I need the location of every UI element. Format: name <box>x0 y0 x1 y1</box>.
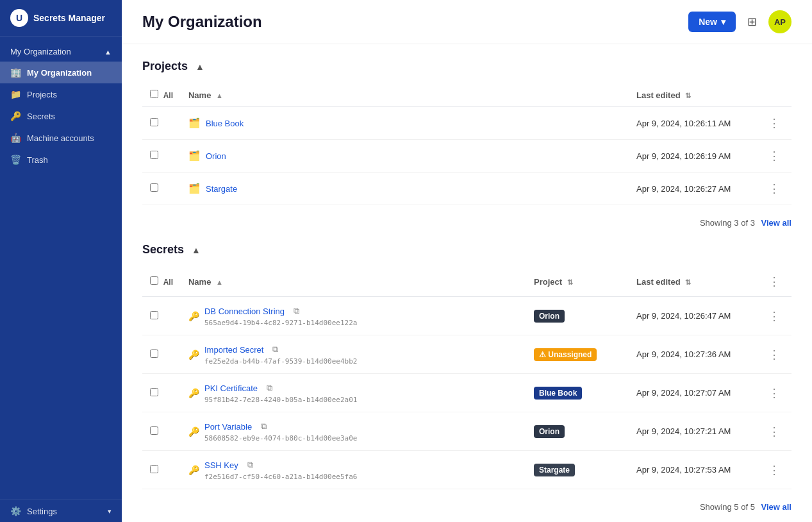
projects-section-header: Projects ▲ <box>142 60 791 73</box>
row-checkbox[interactable] <box>150 349 158 358</box>
projects-view-all-link[interactable]: View all <box>761 218 791 228</box>
sidebar-item-label: Trash <box>27 155 48 165</box>
copy-uuid-button[interactable]: ⧉ <box>270 343 281 356</box>
sidebar-group-label: My Organization <box>10 47 71 56</box>
sidebar-group-my-org[interactable]: My Organization ▲ <box>0 42 122 62</box>
table-row: 🔑 Imported Secret ⧉ fe25e2da-b44b-47af-9… <box>142 335 791 374</box>
secrets-project-header-label: Project <box>534 277 562 287</box>
secret-name-link[interactable]: DB Connection String <box>204 307 285 316</box>
page-title: My Organization <box>142 13 262 31</box>
row-checkbox[interactable] <box>150 311 158 319</box>
project-more-button[interactable]: ⋮ <box>765 147 784 164</box>
project-badge: Orion <box>534 310 565 323</box>
table-row: 🔑 DB Connection String ⧉ 565ae9d4-19b4-4… <box>142 297 791 335</box>
secrets-last-edited-label: Last edited <box>636 277 681 287</box>
secrets-project-header[interactable]: Project ⇅ <box>526 267 629 297</box>
secret-name-link[interactable]: Imported Secret <box>204 345 264 355</box>
avatar[interactable]: AP <box>768 10 791 33</box>
secret-project-cell: Stargate <box>526 451 629 489</box>
project-last-edited: Apr 9, 2024, 10:26:11 AM <box>629 107 757 140</box>
secrets-actions-header: ⋮ <box>757 267 791 297</box>
sidebar-section-org: My Organization ▲ 🏢 My Organization 📁 Pr… <box>0 37 122 176</box>
project-name-link[interactable]: Orion <box>206 151 226 161</box>
secret-name-group: Port Variable ⧉ 58608582-eb9e-4074-b80c-… <box>204 420 357 442</box>
secret-name-row: SSH Key ⧉ <box>204 459 357 471</box>
secret-last-edited: Apr 9, 2024, 10:27:36 AM <box>629 335 757 374</box>
project-badge: Stargate <box>534 464 575 476</box>
project-name-link[interactable]: Stargate <box>206 184 237 194</box>
secret-more-button[interactable]: ⋮ <box>765 346 784 363</box>
chevron-up-icon: ▲ <box>104 48 112 56</box>
copy-uuid-button[interactable]: ⧉ <box>291 305 302 317</box>
sidebar: U Secrets Manager My Organization ▲ 🏢 My… <box>0 0 122 522</box>
sidebar-item-machine-accounts[interactable]: 🤖 Machine accounts <box>0 127 122 149</box>
trash-icon: 🗑️ <box>10 155 21 165</box>
row-checkbox-cell <box>142 374 181 412</box>
table-row: 🗂️ Orion Apr 9, 2024, 10:26:19 AM ⋮ <box>142 140 791 173</box>
secret-name-row: Port Variable ⧉ <box>204 420 357 433</box>
projects-collapse-button[interactable]: ▲ <box>194 60 206 73</box>
secret-uuid: 565ae9d4-19b4-4c82-9271-b14d00ee122a <box>204 319 357 327</box>
project-badge: Blue Book <box>534 387 582 400</box>
secret-uuid: 58608582-eb9e-4074-b80c-b14d00ee3a0e <box>204 434 357 442</box>
project-name-cell: 🗂️ Orion <box>181 140 629 173</box>
new-button[interactable]: New ▾ <box>688 12 736 32</box>
sort-icon: ⇅ <box>685 278 691 286</box>
topbar: My Organization New ▾ ⊞ AP <box>122 0 812 44</box>
project-more-button[interactable]: ⋮ <box>765 180 784 197</box>
projects-name-header[interactable]: Name ▲ <box>181 83 629 107</box>
secrets-section-title: Secrets <box>142 243 184 257</box>
projects-last-edited-header[interactable]: Last edited ⇅ <box>629 83 757 107</box>
secrets-name-header[interactable]: Name ▲ <box>181 267 526 297</box>
sidebar-item-settings[interactable]: ⚙️ Settings ▾ <box>0 500 122 522</box>
row-checkbox[interactable] <box>150 426 158 435</box>
grid-icon: ⊞ <box>747 15 757 28</box>
row-checkbox[interactable] <box>150 465 158 473</box>
row-checkbox[interactable] <box>150 388 158 396</box>
sidebar-item-label: Machine accounts <box>27 133 94 143</box>
sidebar-item-my-organization[interactable]: 🏢 My Organization <box>0 62 122 83</box>
key-icon: 🔑 <box>188 426 199 437</box>
secret-name-cell: 🔑 Port Variable ⧉ 58608582-eb9e-4074-b80… <box>181 412 526 451</box>
secret-name-group: DB Connection String ⧉ 565ae9d4-19b4-4c8… <box>204 305 357 327</box>
secret-last-edited: Apr 9, 2024, 10:27:53 AM <box>629 451 757 489</box>
project-badge: ⚠ Unassigned <box>534 348 597 361</box>
secret-more-button[interactable]: ⋮ <box>765 385 784 401</box>
copy-uuid-button[interactable]: ⧉ <box>264 382 275 394</box>
secret-name-link[interactable]: PKI Certificate <box>204 383 258 393</box>
projects-select-all-checkbox[interactable] <box>150 90 158 98</box>
secret-more-button[interactable]: ⋮ <box>765 308 784 324</box>
project-last-edited: Apr 9, 2024, 10:26:19 AM <box>629 140 757 173</box>
row-checkbox-cell <box>142 107 181 140</box>
topbar-actions: New ▾ ⊞ AP <box>688 10 791 33</box>
sidebar-item-trash[interactable]: 🗑️ Trash <box>0 149 122 171</box>
project-more-button[interactable]: ⋮ <box>765 115 784 131</box>
sort-icon: ⇅ <box>567 278 573 286</box>
sidebar-item-projects[interactable]: 📁 Projects <box>0 83 122 105</box>
secret-name-link[interactable]: SSH Key <box>204 460 238 470</box>
row-checkbox[interactable] <box>150 151 158 159</box>
secret-more-button[interactable]: ⋮ <box>765 462 784 478</box>
secrets-collapse-button[interactable]: ▲ <box>190 244 202 257</box>
grid-view-button[interactable]: ⊞ <box>743 11 761 33</box>
secret-name-group: Imported Secret ⧉ fe25e2da-b44b-47af-953… <box>204 343 357 366</box>
row-checkbox[interactable] <box>150 183 158 192</box>
projects-icon: 📁 <box>10 89 21 99</box>
sidebar-item-secrets[interactable]: 🔑 Secrets <box>0 105 122 127</box>
table-row: 🗂️ Stargate Apr 9, 2024, 10:26:27 AM ⋮ <box>142 173 791 205</box>
secret-name-row: Imported Secret ⧉ <box>204 343 357 356</box>
secrets-view-all-link[interactable]: View all <box>761 502 791 512</box>
row-checkbox[interactable] <box>150 118 158 126</box>
secret-more-button[interactable]: ⋮ <box>765 423 784 440</box>
secrets-last-edited-header[interactable]: Last edited ⇅ <box>629 267 757 297</box>
secrets-header-more-button[interactable]: ⋮ <box>765 273 784 290</box>
sort-asc-icon: ▲ <box>216 278 223 286</box>
secret-actions-cell: ⋮ <box>757 451 791 489</box>
secrets-select-all-checkbox[interactable] <box>150 276 158 285</box>
secret-name-link[interactable]: Port Variable <box>204 422 252 432</box>
copy-uuid-button[interactable]: ⧉ <box>258 420 269 433</box>
new-button-chevron-icon: ▾ <box>721 17 725 27</box>
copy-uuid-button[interactable]: ⧉ <box>245 459 256 471</box>
project-name-link[interactable]: Blue Book <box>206 119 244 128</box>
project-actions-cell: ⋮ <box>757 140 791 173</box>
